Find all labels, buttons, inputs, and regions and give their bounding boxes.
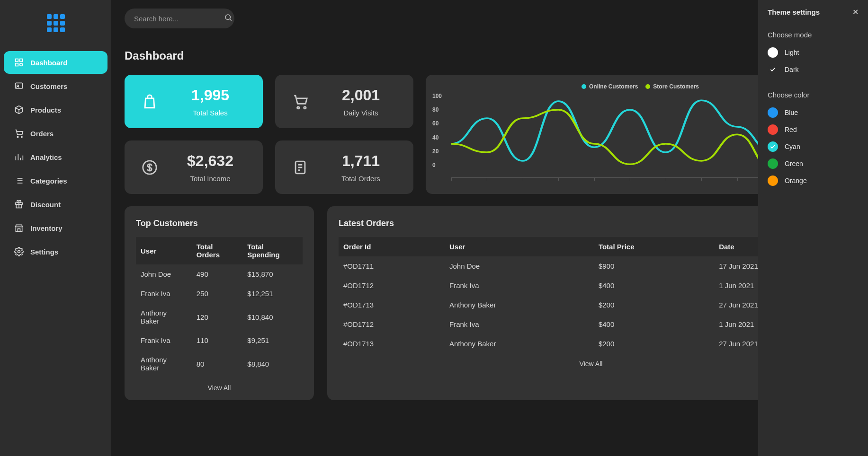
sidebar: Dashboard Customers Products Orders Anal… [0, 0, 111, 456]
sidebar-item-analytics[interactable]: Analytics [4, 146, 107, 168]
table-cell: Anthony Baker [136, 303, 192, 331]
color-swatch-icon [768, 107, 778, 118]
store-icon [14, 223, 24, 233]
table-row[interactable]: Anthony Baker120$10,840 [136, 303, 303, 331]
table-cell: 80 [192, 350, 243, 377]
mode-option-light[interactable]: Light [768, 47, 859, 58]
table-row[interactable]: Anthony Baker80$8,840 [136, 350, 303, 377]
svg-point-3 [20, 63, 23, 66]
table-cell: #OD1712 [339, 315, 445, 334]
stat-total-income[interactable]: $2,632 Total Income [125, 140, 263, 194]
color-option-red[interactable]: Red [768, 124, 859, 135]
sidebar-item-label: Settings [30, 248, 58, 256]
table-header: Total Spending [242, 237, 303, 264]
table-cell: $12,251 [242, 284, 303, 303]
search-input[interactable] [134, 15, 224, 23]
sidebar-item-label: Categories [30, 177, 67, 185]
table-header: Order Id [339, 237, 445, 256]
stat-label: Total Income [166, 175, 254, 183]
sidebar-item-dashboard[interactable]: Dashboard [4, 51, 107, 74]
svg-point-22 [304, 106, 306, 108]
color-option-blue[interactable]: Blue [768, 107, 859, 118]
app-logo[interactable] [0, 14, 111, 32]
sidebar-item-products[interactable]: Products [4, 98, 107, 121]
table-cell: $900 [594, 256, 714, 276]
stat-total-sales[interactable]: 1,995 Total Sales [125, 75, 263, 128]
legend-item[interactable]: Online Customers [582, 83, 638, 90]
panel-title: Theme settings [768, 8, 820, 16]
table-cell: Frank Iva [136, 331, 192, 350]
table-cell: $200 [594, 334, 714, 353]
table-cell: Anthony Baker [445, 334, 594, 353]
top-customers-card: Top Customers UserTotal OrdersTotal Spen… [125, 206, 314, 400]
table-cell: Anthony Baker [445, 295, 594, 315]
svg-point-6 [17, 136, 18, 138]
table-header: User [445, 237, 594, 256]
sidebar-item-settings[interactable]: Settings [4, 240, 107, 263]
package-icon [14, 105, 24, 114]
dollar-icon [133, 159, 166, 175]
table-cell: #OD1712 [339, 276, 445, 295]
color-label: Orange [785, 177, 807, 184]
list-icon [14, 176, 24, 185]
color-swatch-icon [768, 141, 778, 152]
table-row[interactable]: Frank Iva110$9,251 [136, 331, 303, 350]
color-option-cyan[interactable]: Cyan [768, 141, 859, 152]
stat-value: 2,001 [317, 87, 405, 104]
view-all-button[interactable]: View All [136, 377, 303, 392]
card-title: Top Customers [136, 219, 303, 228]
table-header: Total Orders [192, 237, 243, 264]
cart-icon [14, 129, 24, 138]
svg-rect-1 [20, 59, 23, 62]
color-option-orange[interactable]: Orange [768, 175, 859, 186]
table-cell: 120 [192, 303, 243, 331]
y-tick-label: 0 [432, 162, 442, 168]
color-section-label: Choose color [768, 91, 859, 99]
table-row[interactable]: John Doe490$15,870 [136, 264, 303, 284]
legend-item[interactable]: Store Customers [645, 83, 699, 90]
y-tick-label: 100 [432, 93, 442, 99]
table-cell: Anthony Baker [136, 350, 192, 377]
table-cell: $10,840 [242, 303, 303, 331]
table-header: Total Price [594, 237, 714, 256]
sidebar-item-discount[interactable]: Discount [4, 193, 107, 216]
receipt-icon [284, 159, 317, 175]
table-cell: John Doe [136, 264, 192, 284]
color-label: Green [785, 160, 803, 167]
svg-rect-0 [16, 59, 18, 62]
stat-total-orders[interactable]: 1,711 Total Orders [275, 140, 413, 194]
stat-value: 1,711 [317, 152, 405, 170]
mode-section-label: Choose mode [768, 31, 859, 39]
color-swatch-icon [768, 175, 778, 186]
sidebar-item-inventory[interactable]: Inventory [4, 217, 107, 239]
sidebar-item-label: Products [30, 106, 61, 114]
table-cell: 490 [192, 264, 243, 284]
page-title: Dashboard [125, 49, 855, 62]
table-header: User [136, 237, 192, 264]
sidebar-item-categories[interactable]: Categories [4, 169, 107, 192]
close-icon[interactable]: ✕ [852, 8, 859, 17]
svg-point-5 [17, 85, 18, 87]
search-box[interactable] [125, 9, 234, 28]
table-cell: $9,251 [242, 331, 303, 350]
legend-dot-icon [645, 84, 650, 89]
dark-mode-icon [768, 64, 778, 75]
stat-daily-visits[interactable]: 2,001 Daily Visits [275, 75, 413, 128]
svg-point-17 [18, 251, 20, 253]
theme-settings-panel: Theme settings ✕ Choose mode LightDark C… [758, 0, 868, 456]
y-tick-label: 20 [432, 148, 442, 155]
color-option-green[interactable]: Green [768, 158, 859, 169]
table-row[interactable]: Frank Iva250$12,251 [136, 284, 303, 303]
sidebar-item-customers[interactable]: Customers [4, 75, 107, 97]
topbar [125, 9, 855, 28]
color-swatch-icon [768, 158, 778, 169]
users-icon [14, 81, 24, 91]
sidebar-item-orders[interactable]: Orders [4, 122, 107, 145]
mode-option-dark[interactable]: Dark [768, 64, 859, 75]
svg-point-21 [297, 106, 299, 108]
mode-label: Light [785, 49, 799, 56]
light-mode-icon [768, 47, 778, 58]
gear-icon [14, 247, 24, 256]
bag-icon [133, 94, 166, 110]
dashboard-icon [14, 58, 24, 67]
